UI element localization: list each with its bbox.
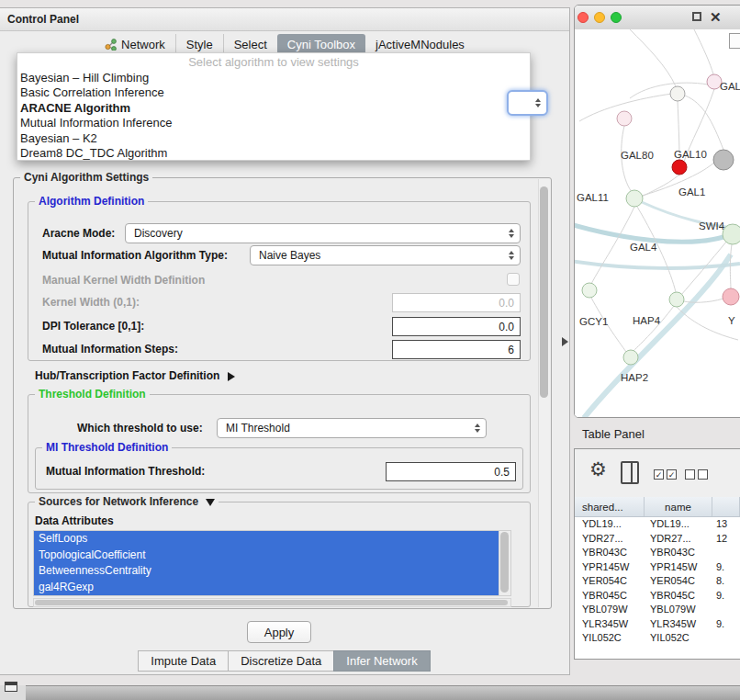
network-node-label: GAL1 xyxy=(678,186,705,198)
cell: YBR043C xyxy=(645,546,712,560)
table-panel-toolbar: ⚙ ✓ ✓ xyxy=(575,449,740,498)
unchecked-box-icon xyxy=(698,469,708,480)
table-row[interactable]: YDL19...YDL19...13 xyxy=(575,517,740,532)
mi-algorithm-type-value: Naive Bayes xyxy=(259,249,320,262)
select-all-icon[interactable]: ✓ ✓ xyxy=(654,469,677,480)
tab-network[interactable]: Network xyxy=(95,34,175,54)
hub-definition-expander[interactable]: Hub/Transcription Factor Definition xyxy=(35,368,235,383)
table-row[interactable]: YPR145WYPR145W9. xyxy=(575,560,740,575)
network-node[interactable] xyxy=(713,150,734,170)
tab-impute-data-label: Impute Data xyxy=(151,654,216,668)
algorithm-option[interactable]: Mutual Information Inference xyxy=(17,116,530,131)
network-canvas[interactable]: GAL80 GAL10 GAL11 GAL1 SWI4 GAL4 GCY1 HA… xyxy=(575,29,740,418)
mi-algorithm-type-combobox[interactable]: Naive Bayes xyxy=(250,245,521,265)
column-header-shared-name[interactable]: shared... xyxy=(575,497,645,516)
algorithm-combobox-fragment[interactable] xyxy=(507,90,548,116)
algorithm-option[interactable]: Bayesian – K2 xyxy=(17,131,530,147)
tab-discretize-data[interactable]: Discretize Data xyxy=(228,650,334,672)
table-row[interactable]: YBR043CYBR043C xyxy=(575,546,740,560)
network-edge xyxy=(591,207,634,284)
close-icon[interactable]: ✕ xyxy=(710,8,722,27)
aracne-mode-combobox[interactable]: Discovery xyxy=(125,223,521,243)
attribute-list-hscrollbar[interactable] xyxy=(33,598,511,607)
tab-jactivemnodules[interactable]: jActiveMNodules xyxy=(365,34,475,54)
column-header-name[interactable]: name xyxy=(645,497,712,516)
traffic-light-minimize[interactable] xyxy=(594,12,605,23)
tab-cyni-toolbox-label: Cyni Toolbox xyxy=(287,38,355,51)
aracne-mode-value: Discovery xyxy=(134,227,183,240)
tab-cyni-toolbox[interactable]: Cyni Toolbox xyxy=(277,34,365,54)
data-attributes-label: Data Attributes xyxy=(35,514,114,528)
manual-kernel-width-label: Manual Kernel Width Definition xyxy=(42,273,205,288)
cell: YIL052C xyxy=(575,631,645,646)
settings-scrollbar[interactable] xyxy=(538,179,550,607)
list-item-selected[interactable]: TopologicalCoefficient xyxy=(34,548,499,564)
kernel-width-field[interactable]: 0.0 xyxy=(392,293,521,312)
which-threshold-combobox[interactable]: MI Threshold xyxy=(217,418,487,438)
list-item-selected[interactable]: gal4RGexp xyxy=(34,580,499,596)
tab-jactivemnodules-label: jActiveMNodules xyxy=(376,38,465,51)
tab-select[interactable]: Select xyxy=(223,34,277,54)
tab-network-label: Network xyxy=(121,38,165,51)
algorithm-option[interactable]: Bayesian – Hill Climbing xyxy=(17,71,530,86)
float-window-icon[interactable] xyxy=(692,12,701,21)
table-row[interactable]: YER054CYER054C8. xyxy=(575,574,740,589)
gear-icon[interactable]: ⚙ xyxy=(589,458,607,480)
mi-steps-value: 6 xyxy=(508,344,514,356)
table-row[interactable]: YIL052CYIL052C xyxy=(575,631,740,646)
cell: YPR145W xyxy=(645,560,712,575)
cell xyxy=(712,546,740,560)
attribute-list-scrollbar-thumb[interactable] xyxy=(500,532,509,593)
network-node[interactable] xyxy=(669,292,684,307)
list-item-selected[interactable]: BetweennessCentrality xyxy=(34,563,499,580)
cell: 13 xyxy=(712,517,740,532)
table-row[interactable]: YBL079WYBL079W xyxy=(575,603,740,617)
which-threshold-label: Which threshold to use: xyxy=(77,418,203,438)
table-panel-window: ⚙ ✓ ✓ shared... name YDL19...YDL19...13 … xyxy=(574,448,740,660)
deselect-all-icon[interactable] xyxy=(685,469,708,480)
table-row[interactable]: YDR27...YDR27...12 xyxy=(575,532,740,547)
tab-impute-data[interactable]: Impute Data xyxy=(138,650,229,672)
dpi-tolerance-field[interactable]: 0.0 xyxy=(392,317,521,336)
mi-threshold-field[interactable]: 0.5 xyxy=(386,462,516,481)
network-node[interactable] xyxy=(670,86,685,101)
sources-expander[interactable]: Sources for Network Inference xyxy=(35,495,219,508)
cell: YER054C xyxy=(645,574,712,589)
apply-button[interactable]: Apply xyxy=(247,621,311,643)
traffic-light-close[interactable] xyxy=(577,12,589,23)
manual-kernel-width-checkbox[interactable] xyxy=(507,273,520,286)
table-row[interactable]: YBR045CYBR045C9. xyxy=(575,589,740,604)
column-header-cut[interactable] xyxy=(712,497,740,516)
minimized-window-icon[interactable] xyxy=(5,682,17,692)
tab-infer-network[interactable]: Infer Network xyxy=(333,650,430,672)
column-selector-icon[interactable] xyxy=(621,461,639,484)
table-panel-title: Table Panel xyxy=(582,427,645,441)
cell: YBL079W xyxy=(645,603,712,617)
attribute-list-scrollbar[interactable] xyxy=(499,531,510,595)
attribute-list-hscrollbar-thumb[interactable] xyxy=(35,600,508,605)
tab-style[interactable]: Style xyxy=(175,34,223,54)
network-window-titlebar[interactable]: ✕ xyxy=(575,6,740,30)
panel-divider-grip[interactable] xyxy=(562,337,568,346)
mi-steps-field[interactable]: 6 xyxy=(392,340,521,359)
network-node[interactable] xyxy=(623,350,638,365)
cell: YER054C xyxy=(575,574,645,589)
traffic-light-zoom[interactable] xyxy=(611,12,622,23)
expander-down-icon xyxy=(206,499,215,506)
settings-scrollbar-thumb[interactable] xyxy=(540,186,548,398)
network-node[interactable] xyxy=(723,288,739,305)
bottom-bar xyxy=(26,685,740,700)
network-node[interactable] xyxy=(582,283,597,298)
network-node[interactable] xyxy=(626,190,643,207)
network-node[interactable] xyxy=(617,111,632,126)
algorithm-option[interactable]: Basic Correlation Inference xyxy=(17,85,530,101)
table-row[interactable]: YLR345WYLR345W9. xyxy=(575,617,740,632)
list-item-selected[interactable]: SelfLoops xyxy=(34,531,499,548)
network-node-red[interactable] xyxy=(672,160,687,175)
network-overview-toggle[interactable] xyxy=(729,33,740,49)
algorithm-option-selected[interactable]: ARACNE Algorithm xyxy=(17,101,530,117)
network-node-label: GAL10 xyxy=(674,149,707,160)
network-node-label: HAP2 xyxy=(621,372,648,383)
network-node[interactable] xyxy=(723,224,740,244)
algorithm-option[interactable]: Dream8 DC_TDC Algorithm xyxy=(17,146,530,162)
